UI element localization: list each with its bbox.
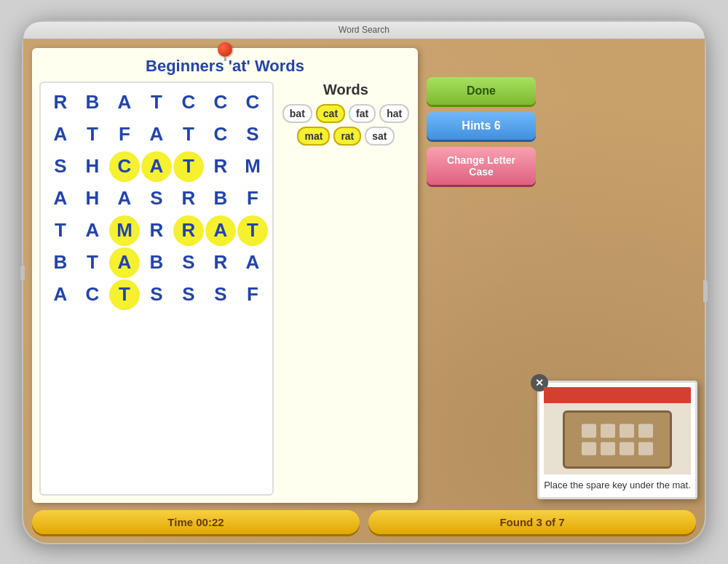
mat-rug	[563, 410, 672, 469]
cell-3-2[interactable]: A	[109, 183, 140, 214]
cell-1-0[interactable]: A	[45, 119, 76, 150]
cell-6-5[interactable]: S	[205, 279, 236, 310]
cell-2-4[interactable]: T	[173, 151, 204, 182]
cell-1-3[interactable]: A	[141, 119, 172, 150]
cell-1-5[interactable]: C	[205, 119, 236, 150]
puzzle-content: R B A T C C C A T F A T	[39, 82, 411, 496]
word-bat[interactable]: bat	[282, 104, 312, 123]
thumbtack	[218, 42, 232, 58]
cell-0-6[interactable]: C	[237, 87, 268, 118]
cell-6-3[interactable]: S	[141, 279, 172, 310]
hint-image	[544, 387, 691, 474]
app-title: Word Search	[339, 25, 389, 35]
mat-scene	[544, 387, 691, 474]
cell-6-4[interactable]: S	[173, 279, 204, 310]
letter-grid: R B A T C C C A T F A T	[45, 87, 268, 310]
cell-4-2[interactable]: M	[109, 215, 140, 246]
cell-5-2[interactable]: A	[109, 247, 140, 278]
thumbtack-head	[218, 42, 232, 57]
cell-3-4[interactable]: R	[173, 183, 204, 214]
ipad-side-button-right	[703, 280, 708, 302]
cell-3-1[interactable]: H	[77, 183, 108, 214]
cell-4-6[interactable]: T	[237, 215, 268, 246]
cell-4-3[interactable]: R	[141, 215, 172, 246]
cell-2-5[interactable]: R	[205, 151, 236, 182]
mat-pattern	[577, 420, 657, 460]
word-rat[interactable]: rat	[333, 127, 361, 146]
words-title: Words	[323, 82, 368, 98]
cell-1-6[interactable]: S	[237, 119, 268, 150]
cell-0-1[interactable]: B	[77, 87, 108, 118]
found-stat: Found 3 of 7	[368, 510, 696, 534]
word-cat[interactable]: cat	[316, 104, 345, 123]
cell-2-3[interactable]: A	[141, 151, 172, 182]
thumbtack-pin	[224, 57, 226, 61]
word-sat[interactable]: sat	[365, 127, 394, 146]
cell-2-2[interactable]: C	[109, 151, 140, 182]
words-panel: Words bat cat fat hat mat rat sat	[281, 82, 411, 496]
cell-1-4[interactable]: T	[173, 119, 204, 150]
letter-grid-container: R B A T C C C A T F A T	[39, 82, 274, 496]
cell-6-0[interactable]: A	[45, 279, 76, 310]
close-icon: ✕	[535, 377, 544, 389]
cell-2-1[interactable]: H	[77, 151, 108, 182]
cell-6-6[interactable]: F	[237, 279, 268, 310]
cell-0-5[interactable]: C	[205, 87, 236, 118]
cell-0-0[interactable]: R	[45, 87, 76, 118]
cell-4-1[interactable]: A	[77, 215, 108, 246]
cell-4-0[interactable]: T	[45, 215, 76, 246]
cell-6-2[interactable]: T	[109, 279, 140, 310]
time-stat: Time 00:22	[32, 510, 360, 534]
cell-2-6[interactable]: M	[237, 151, 268, 182]
cell-5-5[interactable]: R	[205, 247, 236, 278]
cell-0-2[interactable]: A	[109, 87, 140, 118]
word-fat[interactable]: fat	[349, 104, 376, 123]
word-hat[interactable]: hat	[379, 104, 409, 123]
word-mat[interactable]: mat	[297, 127, 330, 146]
hint-popup: ✕ Place the spare key under the mat.	[537, 381, 697, 499]
titlebar: Word Search	[23, 22, 705, 39]
cell-3-5[interactable]: B	[205, 183, 236, 214]
cell-5-6[interactable]: A	[237, 247, 268, 278]
done-button[interactable]: Done	[427, 77, 536, 105]
hints-button[interactable]: Hints 6	[427, 112, 536, 140]
cell-0-3[interactable]: T	[141, 87, 172, 118]
ipad-frame: Word Search Beginners 'at' Words R	[22, 20, 706, 544]
ipad-side-button-left	[20, 266, 25, 280]
bottom-bar: Time 00:22 Found 3 of 7	[32, 510, 696, 534]
hint-text: Place the spare key under the mat.	[544, 479, 691, 492]
cell-5-1[interactable]: T	[77, 247, 108, 278]
puzzle-card: Beginners 'at' Words R B A T C C C	[32, 48, 418, 503]
cell-4-5[interactable]: A	[205, 215, 236, 246]
cell-1-1[interactable]: T	[77, 119, 108, 150]
change-case-button[interactable]: Change Letter Case	[427, 147, 536, 185]
cell-3-3[interactable]: S	[141, 183, 172, 214]
cell-5-4[interactable]: S	[173, 247, 204, 278]
cell-2-0[interactable]: S	[45, 151, 76, 182]
cell-5-3[interactable]: B	[141, 247, 172, 278]
cell-3-0[interactable]: A	[45, 183, 76, 214]
cell-1-2[interactable]: F	[109, 119, 140, 150]
cell-3-6[interactable]: F	[237, 183, 268, 214]
cell-0-4[interactable]: C	[173, 87, 204, 118]
cell-6-1[interactable]: C	[77, 279, 108, 310]
cell-4-4[interactable]: R	[173, 215, 204, 246]
words-list: bat cat fat hat mat rat sat	[281, 104, 411, 146]
sidebar: Done Hints 6 Change Letter Case	[427, 48, 536, 503]
cork-board: Beginners 'at' Words R B A T C C C	[23, 39, 705, 543]
cell-5-0[interactable]: B	[45, 247, 76, 278]
